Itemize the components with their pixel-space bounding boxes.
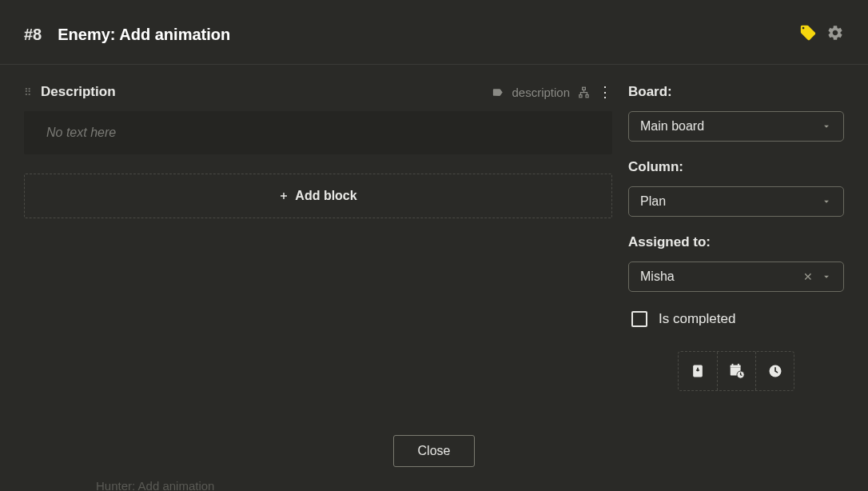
board-value: Main board [640,119,821,134]
time-button[interactable] [755,352,794,390]
description-header: ⠿ Description description ⋮ [24,84,612,100]
close-button[interactable]: Close [393,435,476,467]
tag-icon[interactable] [799,24,817,45]
column-value: Plan [640,194,821,209]
svg-rect-8 [737,364,739,367]
background-peek: Hunter: Add animation [96,479,214,491]
completed-label: Is completed [659,311,735,327]
dialog-header: #8 Enemy: Add animation [0,0,868,65]
attachment-icon [690,363,706,379]
more-icon[interactable]: ⋮ [598,85,612,99]
issue-title: Enemy: Add animation [58,26,799,44]
side-column: Board: Main board Column: Plan Assigned … [628,84,844,416]
description-input[interactable]: No text here [24,111,612,154]
sitemap-icon[interactable] [578,86,590,98]
add-block-button[interactable]: Add block [24,174,612,218]
description-meta: description ⋮ [492,85,612,99]
assigned-select[interactable]: Misha ✕ [628,261,844,292]
description-placeholder: No text here [46,126,116,139]
assigned-value: Misha [640,269,803,284]
completed-checkbox[interactable] [631,311,647,327]
plus-icon [279,191,289,201]
action-icon-row [678,351,794,391]
assigned-label: Assigned to: [628,234,844,250]
chevron-down-icon [821,196,832,207]
label-icon [492,86,504,98]
clear-icon[interactable]: ✕ [803,270,813,283]
drag-handle-icon[interactable]: ⠿ [24,86,33,98]
svg-rect-1 [579,94,582,97]
clock-icon [767,363,783,379]
svg-rect-0 [583,87,586,90]
add-block-label: Add block [295,189,356,203]
svg-rect-2 [586,94,588,97]
card-dialog: #8 Enemy: Add animation ⠿ Description [0,0,868,491]
column-label: Column: [628,159,844,175]
chevron-down-icon [821,271,832,282]
completed-row[interactable]: Is completed [628,309,844,329]
deadline-button[interactable] [717,352,755,390]
calendar-clock-icon [728,362,746,380]
svg-rect-7 [731,364,733,367]
column-select[interactable]: Plan [628,186,844,217]
dialog-content: ⠿ Description description ⋮ [0,65,868,416]
description-title: Description [41,84,492,100]
main-column: ⠿ Description description ⋮ [24,84,612,416]
chevron-down-icon [821,121,832,132]
board-label: Board: [628,84,844,100]
issue-number: #8 [24,26,42,44]
attachment-button[interactable] [679,352,717,390]
gear-icon[interactable] [826,24,844,45]
description-meta-label: description [512,86,570,99]
board-select[interactable]: Main board [628,111,844,142]
header-icons [799,24,844,45]
